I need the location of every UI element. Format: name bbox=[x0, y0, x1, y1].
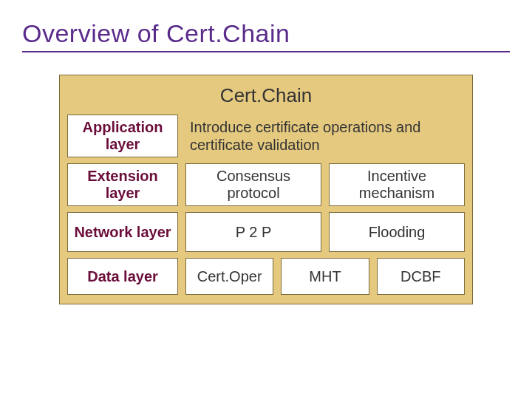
data-mht: MHT bbox=[281, 258, 369, 295]
data-dcbf: DCBF bbox=[377, 258, 465, 295]
row-network: Network layer P 2 P Flooding bbox=[67, 212, 465, 252]
row-data: Data layer Cert.Oper MHT DCBF bbox=[67, 258, 465, 295]
layer-data: Data layer bbox=[67, 258, 178, 295]
slide-title: Overview of Cert.Chain bbox=[22, 19, 510, 48]
application-description: Introduce certificate operations and cer… bbox=[185, 115, 465, 157]
layer-application: Application layer bbox=[67, 115, 178, 157]
slide: Overview of Cert.Chain Cert.Chain Applic… bbox=[0, 0, 532, 399]
title-underline bbox=[22, 51, 510, 52]
extension-consensus: Consensus protocol bbox=[185, 163, 321, 206]
data-certoper: Cert.Oper bbox=[185, 258, 273, 295]
layer-extension: Extension layer bbox=[67, 163, 178, 206]
layer-network: Network layer bbox=[67, 212, 178, 252]
extension-incentive: Incentive mechanism bbox=[329, 163, 465, 206]
certchain-board: Cert.Chain Application layer Introduce c… bbox=[59, 75, 473, 304]
row-application: Application layer Introduce certificate … bbox=[67, 115, 465, 157]
board-title: Cert.Chain bbox=[67, 81, 465, 115]
row-extension: Extension layer Consensus protocol Incen… bbox=[67, 163, 465, 206]
network-p2p: P 2 P bbox=[185, 212, 321, 252]
network-flooding: Flooding bbox=[329, 212, 465, 252]
